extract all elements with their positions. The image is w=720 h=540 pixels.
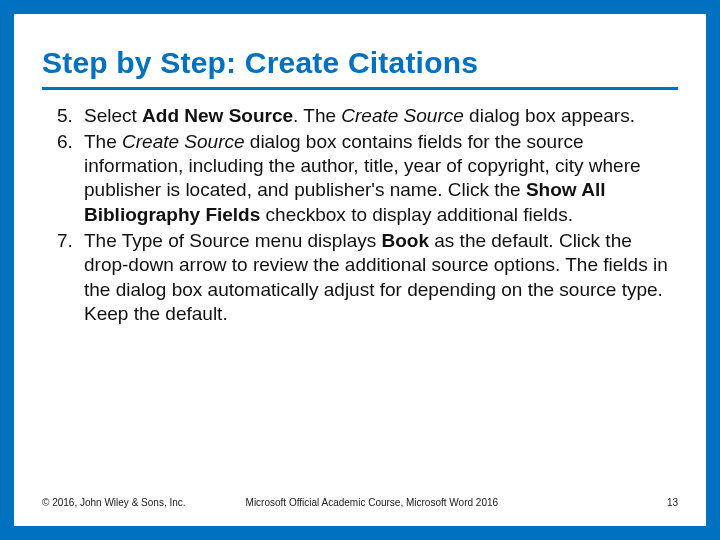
list-item: Select Add New Source. The Create Source… (78, 104, 672, 128)
footer-course: Microsoft Official Academic Course, Micr… (246, 497, 667, 508)
title-rule (42, 87, 678, 90)
footer-page-number: 13 (667, 497, 678, 508)
step-bold: Book (381, 230, 429, 251)
step-text: checkbox to display additional fields. (260, 204, 573, 225)
step-italic: Create Source (122, 131, 245, 152)
step-text: dialog box appears. (464, 105, 635, 126)
step-list: Select Add New Source. The Create Source… (42, 104, 678, 327)
list-item: The Create Source dialog box contains fi… (78, 130, 672, 227)
step-bold: Add New Source (142, 105, 293, 126)
step-text: Select (84, 105, 142, 126)
footer-copyright: © 2016, John Wiley & Sons, Inc. (42, 497, 186, 508)
step-text: The Type of Source menu displays (84, 230, 381, 251)
slide-footer: © 2016, John Wiley & Sons, Inc. Microsof… (42, 497, 678, 508)
step-italic: Create Source (341, 105, 464, 126)
slide: Step by Step: Create Citations Select Ad… (14, 14, 706, 526)
list-item: The Type of Source menu displays Book as… (78, 229, 672, 326)
step-text: The (84, 131, 122, 152)
step-text: . The (293, 105, 341, 126)
page-title: Step by Step: Create Citations (42, 46, 678, 81)
